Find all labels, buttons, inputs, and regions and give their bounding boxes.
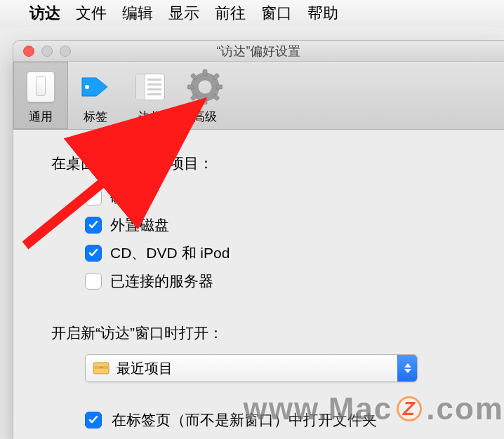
sidebar-icon [131,68,169,106]
tab-sidebar-label: 边栏 [138,109,162,125]
svg-rect-1 [203,69,207,76]
finder-preferences-window: “访达”偏好设置 通用 标签 边栏 [13,40,504,439]
window-controls [13,46,71,57]
desktop-items-heading: 在桌面上显示这些项目： [51,154,466,173]
app-menu-finder[interactable]: 访达 [29,3,60,24]
recents-icon [91,361,111,375]
svg-rect-2 [203,98,207,104]
checkbox-external-disk[interactable] [85,217,102,234]
preferences-toolbar: 通用 标签 边栏 [13,62,504,130]
watermark-suffix: .com [426,391,504,426]
svg-point-0 [85,85,89,89]
tab-tags[interactable]: 标签 [68,62,123,129]
watermark: www.Mac Z .com [243,391,504,426]
svg-rect-4 [216,85,223,89]
tab-sidebar[interactable]: 边栏 [123,62,178,129]
close-button[interactable] [23,46,34,57]
option-connected-servers[interactable]: 已连接的服务器 [51,267,466,295]
tab-advanced[interactable]: 高级 [178,62,232,129]
dropdown-selected-label: 最近项目 [117,359,397,378]
tab-general-label: 通用 [29,109,53,125]
menu-file[interactable]: 文件 [76,3,107,24]
option-cd-dvd-ipod[interactable]: CD、DVD 和 iPod [51,239,466,267]
window-titlebar: “访达”偏好设置 [13,41,504,62]
dropdown-arrows-icon [397,355,417,381]
label-external-disk: 外置磁盘 [110,215,169,235]
checkbox-connected-servers[interactable] [85,273,102,290]
new-window-heading: 开启新“访达”窗口时打开： [51,323,466,343]
label-hard-disk: 硬盘 [110,187,140,207]
menu-window[interactable]: 窗口 [261,3,292,24]
option-hard-disk[interactable]: 硬盘 [51,183,466,211]
tab-advanced-label: 高级 [193,109,217,125]
watermark-z-icon: Z [397,396,422,421]
menu-edit[interactable]: 编辑 [122,3,153,24]
checkbox-hard-disk[interactable] [85,189,102,205]
tab-tags-label: 标签 [84,109,107,125]
svg-rect-11 [99,367,103,369]
tag-icon [77,68,114,106]
svg-rect-3 [187,85,194,89]
maximize-button[interactable] [60,46,71,57]
watermark-prefix: www.Mac [243,391,392,426]
option-external-disk[interactable]: 外置磁盘 [51,211,466,239]
label-connected-servers: 已连接的服务器 [110,271,213,291]
checkbox-open-in-tabs[interactable] [85,412,102,428]
menu-view[interactable]: 显示 [168,3,199,24]
minimize-button[interactable] [41,46,53,57]
system-menubar: 访达 文件 编辑 显示 前往 窗口 帮助 [0,0,504,27]
window-title: “访达”偏好设置 [13,43,504,60]
menu-go[interactable]: 前往 [215,3,246,24]
new-window-location-dropdown[interactable]: 最近项目 [85,354,418,382]
gear-icon [186,68,224,106]
label-cd-dvd-ipod: CD、DVD 和 iPod [110,243,230,263]
checkbox-cd-dvd-ipod[interactable] [85,245,102,262]
tab-general[interactable]: 通用 [13,62,68,129]
menu-help[interactable]: 帮助 [307,3,338,24]
general-icon [22,68,60,106]
